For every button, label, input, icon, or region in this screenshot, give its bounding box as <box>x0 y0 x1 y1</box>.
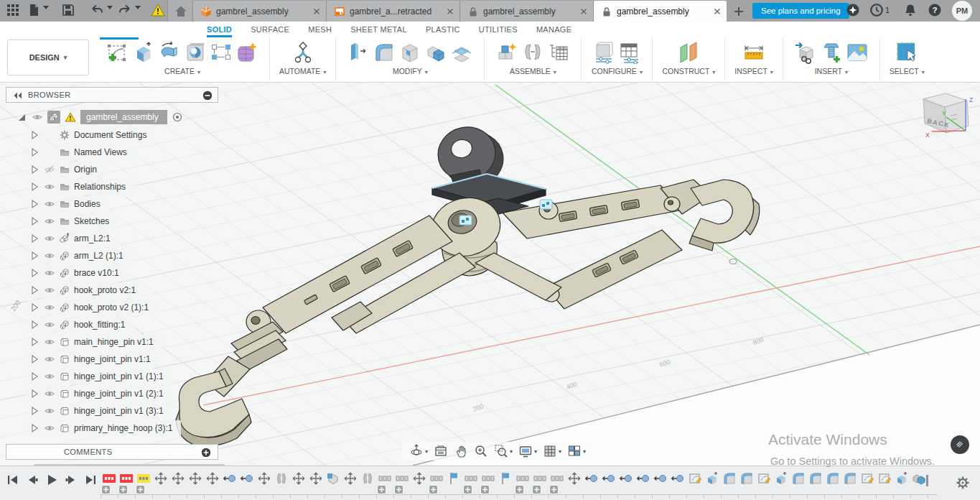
notifications-icon[interactable] <box>903 3 919 19</box>
rollup-plus-icon[interactable] <box>532 485 541 494</box>
joint-icon[interactable] <box>521 41 544 64</box>
shell-icon[interactable] <box>398 41 421 64</box>
activate-component-icon[interactable] <box>172 111 183 123</box>
nav-look-at-icon[interactable] <box>434 444 448 458</box>
timeline-settings-gear-icon[interactable] <box>956 476 971 491</box>
timeline-item-joint[interactable] <box>619 471 633 486</box>
browser-item-label[interactable]: Bodies <box>74 199 101 209</box>
group-dropdown-modify[interactable]: MODIFY <box>393 67 428 75</box>
timeline-item-comp[interactable] <box>464 471 478 486</box>
timeline-go-to-end-button[interactable] <box>83 473 99 489</box>
timeline-item-comp[interactable] <box>378 471 392 486</box>
browser-item-label[interactable]: Sketches <box>74 216 109 226</box>
timeline-item-fillet[interactable] <box>791 471 806 486</box>
browser-item-main-hinge-pin-v1-1[interactable]: main_hinge_pin v1:1 <box>27 333 181 351</box>
expand-icon[interactable] <box>29 129 40 141</box>
timeline-item-bluebox[interactable] <box>326 471 340 486</box>
select-icon[interactable] <box>895 41 918 64</box>
nav-pan-icon[interactable] <box>454 444 468 458</box>
expand-icon[interactable] <box>29 181 40 193</box>
group-dropdown-inspect[interactable]: INSPECT <box>734 67 773 75</box>
visibility-icon[interactable] <box>44 336 55 348</box>
timeline-ruler[interactable] <box>101 494 937 499</box>
visibility-icon[interactable] <box>44 250 55 261</box>
timeline-item-sketch[interactable] <box>688 471 702 486</box>
bom-icon[interactable] <box>547 41 570 64</box>
timeline-item-move[interactable] <box>154 471 168 486</box>
rollup-plus-icon[interactable] <box>118 485 128 494</box>
nav-orbit-icon[interactable]: ▾ <box>409 444 428 458</box>
help-icon[interactable]: ? <box>928 3 943 19</box>
split-body-icon[interactable] <box>450 41 473 64</box>
timeline-item-move[interactable] <box>257 471 271 486</box>
nav-zoom-icon[interactable] <box>474 444 488 458</box>
browser-item-label[interactable]: Relationships <box>74 182 126 192</box>
rollup-plus-icon[interactable] <box>515 485 524 494</box>
group-dropdown-insert[interactable]: INSERT <box>815 67 848 75</box>
document-tab[interactable]: gambrel_assembly <box>459 1 593 22</box>
timeline-playhead[interactable] <box>926 475 928 486</box>
insert-fastener-icon[interactable] <box>820 41 843 64</box>
timeline-item-move[interactable] <box>343 471 358 486</box>
browser-item-label[interactable]: Document Settings <box>74 130 146 140</box>
browser-item-label[interactable]: hook_proto v2 (1):1 <box>74 302 149 312</box>
timeline-item-fillet[interactable] <box>843 471 857 486</box>
expand-icon[interactable] <box>29 164 40 175</box>
fillet-icon[interactable] <box>373 41 396 64</box>
timeline-item-joint[interactable] <box>602 471 616 486</box>
timeline-item-comp-red[interactable] <box>119 471 134 486</box>
home-tab[interactable] <box>167 0 192 22</box>
configuration-table-icon[interactable] <box>618 41 641 64</box>
nav-grid-settings-icon[interactable]: ▾ <box>543 444 561 458</box>
browser-root-row[interactable]: gambrel_assembly <box>16 108 187 126</box>
visibility-icon[interactable] <box>44 216 55 227</box>
timeline-go-to-start-button[interactable] <box>6 473 22 489</box>
timeline-item-comp[interactable] <box>395 471 409 486</box>
browser-item-hinge-joint-pin-v1-2-1[interactable]: hinge_joint_pin v1 (2):1 <box>27 385 181 402</box>
expand-icon[interactable] <box>29 371 40 382</box>
group-dropdown-construct[interactable]: CONSTRUCT <box>662 67 715 75</box>
timeline-item-joint[interactable] <box>653 471 668 486</box>
joint-glyph-icon[interactable] <box>540 200 552 209</box>
joint-glyph-icon[interactable] <box>459 216 472 225</box>
ribbon-tab-surface[interactable]: SURFACE <box>251 22 289 37</box>
browser-root-label[interactable]: gambrel_assembly <box>80 110 167 124</box>
ribbon-tab-utilities[interactable]: UTILITIES <box>479 22 518 37</box>
timeline-item-joint[interactable] <box>223 471 237 486</box>
configuration-icon[interactable] <box>592 41 615 64</box>
timeline-item-move[interactable] <box>171 471 185 486</box>
expand-icon[interactable] <box>29 319 40 330</box>
timeline-step-back-button[interactable] <box>25 473 41 489</box>
extrude-icon[interactable] <box>132 41 155 64</box>
timeline-item-comp[interactable] <box>481 471 495 486</box>
browser-item-hinge-joint-pin-v1-1-1[interactable]: hinge_joint_pin v1 (1):1 <box>27 368 181 385</box>
expand-icon[interactable] <box>29 405 40 417</box>
chevron-down-icon[interactable]: ▾ <box>559 448 561 455</box>
rollup-plus-icon[interactable] <box>394 485 403 494</box>
browser-item-brace-v10-1[interactable]: brace v10:1 <box>27 264 181 282</box>
timeline-item-comp[interactable] <box>533 471 547 486</box>
measure-icon[interactable] <box>742 41 765 64</box>
browser-item-sketches[interactable]: Sketches <box>27 213 181 230</box>
ribbon-tab-sheet-metal[interactable]: SHEET METAL <box>350 22 407 37</box>
redo-caret-icon[interactable] <box>134 3 142 19</box>
design-workspace-menu[interactable]: DESIGN▾ <box>7 40 89 75</box>
browser-item-label[interactable]: hinge_joint_pin v1 (2):1 <box>74 389 164 399</box>
browser-item-label[interactable]: hook_fitting:1 <box>74 320 125 330</box>
browser-item-primary-hinge-hoop-3-1[interactable]: primary_hinge_hoop (3):1 <box>27 420 181 437</box>
group-dropdown-select[interactable]: SELECT <box>890 67 925 75</box>
browser-item-arm-l2-1-1[interactable]: arm_L2 (1):1 <box>27 247 181 264</box>
document-tab[interactable]: gambrel_assembly <box>593 1 727 22</box>
file-menu-caret-icon[interactable] <box>42 3 50 19</box>
group-dropdown-configure[interactable]: CONFIGURE <box>592 67 643 75</box>
new-tab-button[interactable] <box>732 5 745 18</box>
browser-item-bodies[interactable]: Bodies <box>27 195 181 213</box>
browser-item-label[interactable]: Named Views <box>74 147 127 157</box>
document-tab[interactable]: gambrel_assembly <box>192 1 326 22</box>
group-dropdown-create[interactable]: CREATE <box>164 67 200 75</box>
rollup-plus-icon[interactable] <box>463 485 472 494</box>
browser-item-label[interactable]: arm_L2 (1):1 <box>74 251 123 261</box>
pattern-icon[interactable] <box>210 41 233 64</box>
browser-item-label[interactable]: primary_hinge_hoop (3):1 <box>74 423 172 433</box>
chevron-down-icon[interactable]: ▾ <box>583 448 586 455</box>
